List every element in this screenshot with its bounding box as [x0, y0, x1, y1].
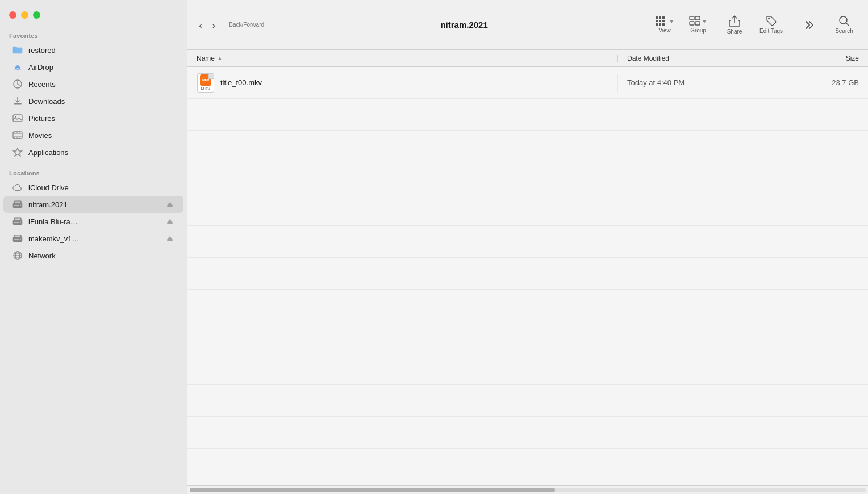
network-icon: [12, 250, 23, 261]
empty-row: [187, 321, 868, 353]
svg-rect-46: [695, 22, 700, 25]
toolbar-actions: ▼ View ▼ Group: [650, 12, 861, 37]
sidebar: Favorites restored AirDrop Recents: [0, 0, 187, 494]
sidebar-item-downloads[interactable]: Downloads: [3, 93, 183, 110]
svg-rect-45: [690, 22, 694, 25]
sidebar-item-label-recents: Recents: [28, 80, 174, 89]
window-title: nitram.2021: [278, 20, 650, 30]
sidebar-item-label-pictures: Pictures: [28, 114, 174, 123]
svg-rect-36: [662, 16, 665, 19]
svg-rect-39: [662, 20, 665, 22]
scroll-thumb[interactable]: [190, 488, 555, 492]
empty-row: [187, 449, 868, 480]
close-button[interactable]: [9, 11, 16, 19]
sidebar-item-recents[interactable]: Recents: [3, 76, 183, 93]
svg-rect-38: [659, 20, 661, 22]
maximize-button[interactable]: [33, 11, 40, 19]
clock-icon: [12, 79, 23, 89]
sidebar-item-label-nitram2021: nitram.2021: [28, 200, 160, 209]
drive-icon-ifunia: [12, 216, 23, 227]
svg-rect-42: [662, 23, 665, 26]
svg-rect-34: [656, 16, 658, 19]
view-icon: [655, 16, 667, 26]
sidebar-item-label-airdrop: AirDrop: [28, 63, 174, 72]
sidebar-item-nitram2021[interactable]: nitram.2021: [3, 196, 183, 213]
svg-rect-35: [659, 16, 661, 19]
movies-icon: [12, 130, 23, 140]
sidebar-item-label-restored: restored: [28, 46, 174, 55]
svg-rect-44: [695, 16, 700, 20]
svg-rect-28: [167, 240, 173, 241]
main-content: ‹ › Back/Forward nitram.2021: [187, 0, 868, 494]
horizontal-scrollbar[interactable]: [187, 485, 868, 494]
svg-rect-40: [656, 23, 658, 26]
group-button[interactable]: ▼ Group: [681, 14, 715, 36]
file-size: 23.7 GB: [777, 78, 868, 87]
pictures-icon: [12, 113, 23, 123]
forward-button[interactable]: ›: [207, 17, 220, 33]
tags-icon: [766, 15, 777, 27]
sidebar-item-icloud[interactable]: iCloud Drive: [3, 179, 183, 196]
sidebar-item-label-ifunia: iFunia Blu-ra…: [28, 217, 160, 226]
empty-row: [187, 353, 868, 385]
sidebar-item-label-makemkv: makemkv_v1…: [28, 235, 160, 243]
svg-rect-37: [656, 20, 658, 22]
sidebar-item-network[interactable]: Network: [3, 247, 183, 264]
scroll-track: [190, 488, 866, 492]
view-chevron-icon: ▼: [669, 18, 674, 24]
sidebar-item-movies[interactable]: Movies: [3, 127, 183, 144]
search-button[interactable]: Search: [827, 13, 861, 36]
empty-row: [187, 385, 868, 417]
locations-label: Locations: [0, 165, 187, 179]
toolbar: ‹ › Back/Forward nitram.2021: [187, 0, 868, 50]
svg-rect-23: [167, 223, 173, 224]
back-forward-label: Back/Forward: [229, 22, 264, 28]
more-icon: [802, 20, 814, 30]
sidebar-item-restored[interactable]: restored: [3, 41, 183, 58]
eject-icon-makemkv[interactable]: [165, 234, 174, 243]
column-date-header[interactable]: Date Modified: [618, 55, 777, 62]
back-button[interactable]: ‹: [194, 17, 207, 33]
eject-icon-ifunia[interactable]: [165, 217, 174, 226]
empty-row: [187, 99, 868, 131]
table-row[interactable]: MKV MKV title_t00.mkv Today at 4:40 PM 2…: [187, 67, 868, 99]
sidebar-item-pictures[interactable]: Pictures: [3, 110, 183, 127]
more-button[interactable]: [791, 18, 825, 32]
file-list: MKV MKV title_t00.mkv Today at 4:40 PM 2…: [187, 67, 868, 485]
applications-icon: [12, 147, 23, 157]
empty-row: [187, 417, 868, 449]
column-name-header[interactable]: Name ▲: [187, 55, 618, 62]
svg-point-15: [20, 205, 21, 206]
sidebar-item-applications[interactable]: Applications: [3, 144, 183, 161]
drive-icon-nitram: [12, 199, 23, 210]
cloud-icon: [12, 182, 23, 192]
svg-rect-43: [690, 16, 694, 20]
forward-icon: ›: [212, 19, 216, 31]
empty-row: [187, 258, 868, 290]
minimize-button[interactable]: [21, 11, 28, 19]
view-label: View: [658, 27, 671, 34]
sidebar-item-label-downloads: Downloads: [28, 97, 174, 106]
back-forward-label-group: Back/Forward: [229, 22, 264, 28]
sidebar-item-label-applications: Applications: [28, 148, 174, 157]
view-button[interactable]: ▼ View: [650, 14, 679, 36]
drive-icon-makemkv: [12, 233, 23, 244]
sidebar-item-airdrop[interactable]: AirDrop: [3, 58, 183, 76]
svg-point-4: [15, 116, 16, 118]
share-button[interactable]: Share: [717, 12, 752, 37]
file-name-cell: MKV MKV title_t00.mkv: [187, 74, 618, 92]
favorites-label: Favorites: [0, 28, 187, 41]
sidebar-item-label-network: Network: [28, 252, 174, 260]
edit-tags-button[interactable]: Edit Tags: [754, 13, 788, 36]
sidebar-item-ifunia[interactable]: iFunia Blu-ra…: [3, 213, 183, 230]
eject-icon-nitram[interactable]: [165, 200, 174, 209]
svg-point-25: [20, 239, 21, 240]
empty-row: [187, 290, 868, 321]
back-icon: ‹: [199, 19, 203, 31]
svg-marker-27: [167, 236, 173, 240]
column-size-header[interactable]: Size: [777, 55, 868, 62]
sidebar-item-label-icloud: iCloud Drive: [28, 183, 174, 192]
file-icon: MKV MKV: [197, 74, 215, 92]
empty-row: [187, 226, 868, 258]
sidebar-item-makemkv[interactable]: makemkv_v1…: [3, 230, 183, 247]
